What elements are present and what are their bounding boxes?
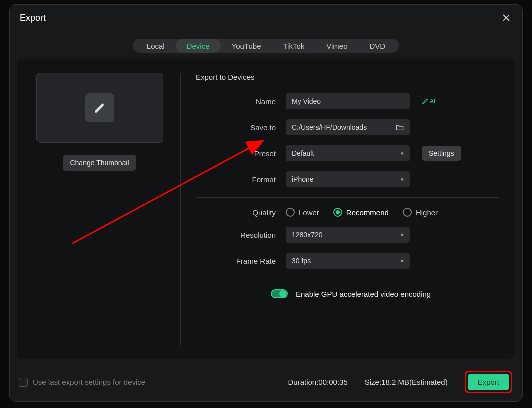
divider — [196, 197, 499, 198]
export-tabs: Local Device YouTube TikTok Vimeo DVD — [10, 39, 522, 53]
resolution-select[interactable]: 1280x720 ▾ — [286, 227, 410, 243]
quality-higher-radio[interactable]: Higher — [403, 208, 438, 217]
gpu-toggle[interactable] — [271, 289, 288, 298]
gpu-label: Enable GPU accelerated video encoding — [296, 290, 431, 298]
preset-label: Preset — [196, 149, 286, 158]
thumbnail-preview — [36, 73, 163, 143]
duration-stat: Duration:00:00:35 — [288, 378, 347, 386]
form-column: Export to Devices Name AI Save to C:/Use… — [181, 73, 499, 345]
name-label: Name — [196, 97, 286, 106]
tab-dvd[interactable]: DVD — [359, 39, 397, 53]
chevron-down-icon: ▾ — [401, 150, 404, 157]
pencil-ai-icon — [422, 98, 429, 105]
divider — [196, 279, 499, 279]
tab-device[interactable]: Device — [176, 39, 221, 53]
tab-vimeo[interactable]: Vimeo — [315, 39, 358, 53]
quality-label: Quality — [196, 208, 286, 217]
framerate-label: Frame Rate — [196, 257, 286, 265]
saveto-label: Save to — [196, 123, 286, 132]
content-panel: Change Thumbnail Export to Devices Name … — [17, 59, 515, 359]
name-input[interactable] — [286, 93, 410, 109]
export-highlight-box: Export — [465, 371, 512, 393]
quality-recommend-radio[interactable]: Recommend — [333, 208, 389, 217]
quality-lower-radio[interactable]: Lower — [286, 208, 319, 217]
close-button[interactable] — [500, 12, 512, 24]
tab-local[interactable]: Local — [136, 39, 176, 53]
folder-icon — [396, 124, 404, 131]
chevron-down-icon: ▾ — [401, 176, 404, 183]
tab-youtube[interactable]: YouTube — [221, 39, 272, 53]
thumbnail-column: Change Thumbnail — [31, 73, 181, 345]
saveto-value: C:/Users/HF/Downloads — [292, 123, 367, 131]
use-last-settings-checkbox[interactable] — [19, 378, 28, 387]
format-select[interactable]: iPhone ▾ — [286, 171, 410, 187]
tab-tiktok[interactable]: TikTok — [272, 39, 315, 53]
saveto-field[interactable]: C:/Users/HF/Downloads — [286, 119, 410, 135]
format-value: iPhone — [292, 175, 314, 183]
ai-suggest-button[interactable]: AI — [422, 98, 435, 105]
modal-title: Export — [20, 13, 46, 23]
export-modal: Export Local Device YouTube TikTok Vimeo… — [9, 4, 523, 402]
modal-footer: Use last export settings for device Dura… — [10, 366, 522, 401]
size-stat: Size:18.2 MB(Estimated) — [365, 378, 448, 386]
change-thumbnail-button[interactable]: Change Thumbnail — [63, 155, 136, 171]
modal-header: Export — [10, 5, 522, 29]
section-title: Export to Devices — [196, 73, 499, 81]
chevron-down-icon: ▾ — [401, 232, 404, 238]
preset-select[interactable]: Default ▾ — [286, 145, 410, 161]
quality-radio-group: Lower Recommend Higher — [286, 208, 438, 217]
chevron-down-icon: ▾ — [401, 258, 404, 264]
use-last-settings-label: Use last export settings for device — [33, 378, 145, 386]
preset-value: Default — [292, 149, 314, 157]
resolution-value: 1280x720 — [292, 231, 323, 239]
pencil-icon — [93, 101, 106, 114]
framerate-select[interactable]: 30 fps ▾ — [286, 253, 410, 269]
close-icon — [502, 14, 510, 22]
resolution-label: Resolution — [196, 231, 286, 239]
format-label: Format — [196, 175, 286, 184]
export-button[interactable]: Export — [468, 374, 509, 390]
framerate-value: 30 fps — [292, 257, 311, 265]
thumbnail-placeholder — [85, 93, 114, 122]
settings-button[interactable]: Settings — [422, 146, 461, 161]
